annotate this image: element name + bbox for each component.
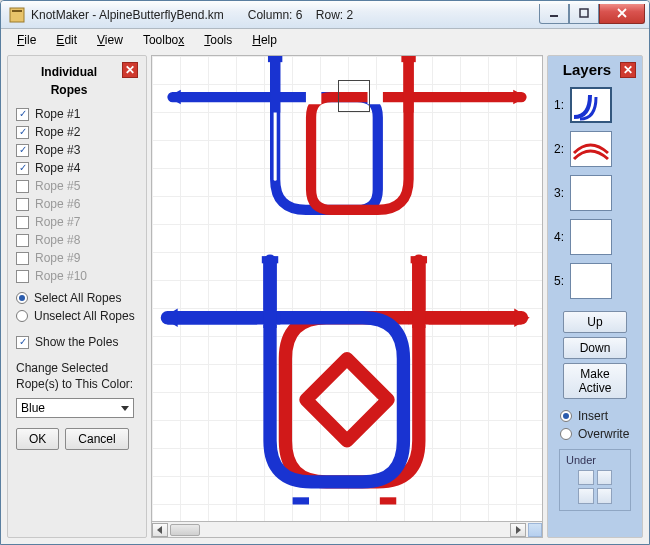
title-bar[interactable]: KnotMaker - AlpineButterflyBend.km Colum… (1, 1, 649, 29)
app-icon (9, 7, 25, 23)
layer-thumbnail (570, 219, 612, 255)
checkbox-icon (16, 162, 29, 175)
svg-rect-2 (550, 15, 558, 17)
checkbox-icon (16, 144, 29, 157)
rope-label: Rope #8 (35, 233, 80, 247)
close-button[interactable] (599, 4, 645, 24)
layer-number: 4: (554, 230, 564, 244)
ropes-panel-title: IndividualRopes (16, 62, 122, 97)
knot-canvas[interactable] (151, 55, 543, 522)
menu-bar: File Edit View Toolbox Tools Help (1, 29, 649, 51)
layer-up-button[interactable]: Up (563, 311, 627, 333)
cancel-button[interactable]: Cancel (65, 428, 128, 450)
layer-thumbnail (570, 263, 612, 299)
ropes-list: Rope #1Rope #2Rope #3Rope #4Rope #5Rope … (16, 107, 138, 283)
resize-grip[interactable] (528, 523, 542, 537)
svg-marker-14 (157, 526, 162, 534)
rope-checkbox-5[interactable]: Rope #5 (16, 179, 138, 193)
under-bottom-right-button[interactable] (597, 488, 613, 504)
svg-rect-6 (268, 56, 282, 62)
rope-label: Rope #4 (35, 161, 80, 175)
layer-row-3[interactable]: 3: (554, 175, 636, 211)
under-bottom-left-button[interactable] (578, 488, 594, 504)
rope-label: Rope #3 (35, 143, 80, 157)
minimize-button[interactable] (539, 4, 569, 24)
layers-list: 1:2:3:4:5: (554, 87, 636, 299)
checkbox-icon (16, 198, 29, 211)
rope-checkbox-8[interactable]: Rope #8 (16, 233, 138, 247)
rope-checkbox-9[interactable]: Rope #9 (16, 251, 138, 265)
checkbox-icon (16, 234, 29, 247)
layers-panel: Layers ✕ 1:2:3:4:5: Up Down Make Active … (547, 55, 643, 538)
rope-label: Rope #7 (35, 215, 80, 229)
rope-label: Rope #2 (35, 125, 80, 139)
layers-panel-close-button[interactable]: ✕ (620, 62, 636, 78)
color-combobox[interactable]: Blue (16, 398, 134, 418)
maximize-button[interactable] (569, 4, 599, 24)
selection-rectangle[interactable] (338, 80, 370, 112)
layer-make-active-button[interactable]: Make Active (563, 363, 627, 399)
rope-checkbox-1[interactable]: Rope #1 (16, 107, 138, 121)
canvas-area (151, 55, 543, 538)
window-title: KnotMaker - AlpineButterflyBend.km (31, 8, 224, 22)
layer-row-5[interactable]: 5: (554, 263, 636, 299)
rope-label: Rope #1 (35, 107, 80, 121)
checkbox-icon (16, 126, 29, 139)
layer-number: 5: (554, 274, 564, 288)
layer-row-2[interactable]: 2: (554, 131, 636, 167)
menu-tools[interactable]: Tools (196, 31, 240, 49)
ropes-panel-close-button[interactable]: ✕ (122, 62, 138, 78)
knot-drawing (152, 56, 542, 522)
rope-label: Rope #6 (35, 197, 80, 211)
rope-checkbox-10[interactable]: Rope #10 (16, 269, 138, 283)
insert-radio[interactable]: Insert (560, 409, 636, 423)
rope-checkbox-6[interactable]: Rope #6 (16, 197, 138, 211)
menu-edit[interactable]: Edit (48, 31, 85, 49)
chevron-down-icon (121, 406, 129, 411)
unselect-all-ropes-radio[interactable]: Unselect All Ropes (16, 309, 138, 323)
checkbox-icon (16, 252, 29, 265)
horizontal-scrollbar[interactable] (151, 522, 543, 538)
select-all-ropes-radio[interactable]: Select All Ropes (16, 291, 138, 305)
app-window: KnotMaker - AlpineButterflyBend.km Colum… (0, 0, 650, 545)
layer-row-4[interactable]: 4: (554, 219, 636, 255)
under-top-right-button[interactable] (597, 470, 613, 486)
svg-rect-3 (580, 9, 588, 17)
under-label: Under (566, 454, 624, 466)
scroll-right-button[interactable] (510, 523, 526, 537)
rope-label: Rope #10 (35, 269, 87, 283)
rope-checkbox-4[interactable]: Rope #4 (16, 161, 138, 175)
scroll-left-button[interactable] (152, 523, 168, 537)
under-top-left-button[interactable] (578, 470, 594, 486)
rope-checkbox-7[interactable]: Rope #7 (16, 215, 138, 229)
rope-checkbox-2[interactable]: Rope #2 (16, 125, 138, 139)
layer-number: 2: (554, 142, 564, 156)
layer-thumbnail (570, 87, 612, 123)
layer-thumbnail (570, 131, 612, 167)
show-poles-checkbox[interactable]: Show the Poles (16, 335, 138, 349)
layer-down-button[interactable]: Down (563, 337, 627, 359)
status-row-label: Row: (316, 8, 343, 22)
svg-rect-7 (401, 56, 415, 62)
overwrite-radio[interactable]: Overwrite (560, 427, 636, 441)
rope-checkbox-3[interactable]: Rope #3 (16, 143, 138, 157)
color-combobox-value: Blue (21, 401, 45, 415)
checkbox-icon (16, 216, 29, 229)
layer-row-1[interactable]: 1: (554, 87, 636, 123)
status-column-label: Column: (248, 8, 293, 22)
checkbox-icon (16, 270, 29, 283)
svg-rect-13 (380, 497, 396, 504)
status-row-value: 2 (347, 8, 354, 22)
rope-label: Rope #9 (35, 251, 80, 265)
scroll-thumb[interactable] (170, 524, 200, 536)
layer-thumbnail (570, 175, 612, 211)
menu-view[interactable]: View (89, 31, 131, 49)
menu-help[interactable]: Help (244, 31, 285, 49)
menu-toolbox[interactable]: Toolbox (135, 31, 192, 49)
menu-file[interactable]: File (9, 31, 44, 49)
checkbox-icon (16, 180, 29, 193)
layer-number: 3: (554, 186, 564, 200)
layer-number: 1: (554, 98, 564, 112)
svg-rect-10 (262, 256, 278, 263)
ok-button[interactable]: OK (16, 428, 59, 450)
